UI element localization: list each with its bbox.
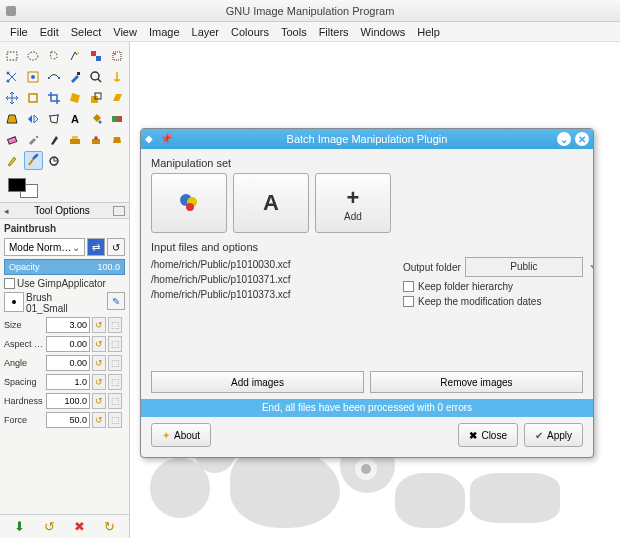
dialog-pin-icon[interactable]: 📌	[160, 133, 172, 145]
output-folder-button[interactable]: Public	[465, 257, 583, 277]
tool-crop[interactable]	[45, 88, 64, 107]
aspect-reset[interactable]	[92, 336, 106, 352]
tool-free-select[interactable]	[45, 46, 64, 65]
undo-icon[interactable]: ↶	[590, 259, 594, 274]
tool-rect-select[interactable]	[3, 46, 22, 65]
dialog-min-icon[interactable]: ⌄	[557, 132, 571, 146]
menu-tools[interactable]: Tools	[281, 26, 307, 38]
tool-heal[interactable]	[87, 130, 106, 149]
tool-paintbrush[interactable]	[24, 151, 43, 170]
apply-button[interactable]: ✔ Apply	[524, 423, 583, 447]
tool-measure[interactable]	[108, 67, 127, 86]
tool-perspective[interactable]	[3, 109, 22, 128]
mode-select[interactable]: Mode Norm…	[4, 238, 85, 256]
gimpapp-label: Use GimpApplicator	[17, 278, 106, 289]
close-button[interactable]: ✖ Close	[458, 423, 518, 447]
tool-perspective-clone[interactable]	[108, 130, 127, 149]
spacing-link[interactable]: ⬚	[108, 374, 122, 390]
force-reset[interactable]	[92, 412, 106, 428]
delete-preset-icon[interactable]: ✖	[74, 519, 85, 534]
tool-color-picker[interactable]	[66, 67, 85, 86]
tool-airbrush[interactable]	[24, 130, 43, 149]
aspect-link[interactable]: ⬚	[108, 336, 122, 352]
star-icon: ✦	[162, 430, 170, 441]
spacing-input[interactable]: 1.0	[46, 374, 90, 390]
tool-iscissors[interactable]	[108, 46, 127, 65]
mode-swap-icon[interactable]: ⇄	[87, 238, 105, 256]
tool-scissors[interactable]	[3, 67, 22, 86]
tool-cage[interactable]	[45, 109, 64, 128]
list-item[interactable]: /home/rich/Public/p1010030.xcf	[151, 257, 393, 272]
tool-text[interactable]: A	[66, 109, 85, 128]
spacing-reset[interactable]	[92, 374, 106, 390]
menu-select[interactable]: Select	[71, 26, 102, 38]
hardness-link[interactable]: ⬚	[108, 393, 122, 409]
menu-view[interactable]: View	[113, 26, 137, 38]
tool-flip[interactable]	[24, 109, 43, 128]
tool-paths[interactable]	[45, 67, 64, 86]
list-item[interactable]: /home/rich/Public/p1010371.xcf	[151, 272, 393, 287]
force-input[interactable]: 50.0	[46, 412, 90, 428]
manipulation-item-1[interactable]	[151, 173, 227, 233]
tool-rotate[interactable]	[66, 88, 85, 107]
opacity-slider[interactable]: Opacity100.0	[4, 259, 125, 275]
menu-colours[interactable]: Colours	[231, 26, 269, 38]
tool-pencil[interactable]	[3, 151, 22, 170]
list-item[interactable]: /home/rich/Public/p1010373.xcf	[151, 287, 393, 302]
tool-eraser[interactable]	[3, 130, 22, 149]
tool-ink[interactable]	[45, 130, 64, 149]
brush-preview[interactable]	[4, 292, 24, 312]
menu-filters[interactable]: Filters	[319, 26, 349, 38]
force-link[interactable]: ⬚	[108, 412, 122, 428]
dock-menu-icon[interactable]	[113, 206, 125, 216]
tool-by-color-select[interactable]	[87, 46, 106, 65]
remove-images-button[interactable]: Remove images	[370, 371, 583, 393]
size-link[interactable]: ⬚	[108, 317, 122, 333]
tool-blend[interactable]	[108, 109, 127, 128]
tool-ellipse-select[interactable]	[24, 46, 43, 65]
menu-help[interactable]: Help	[417, 26, 440, 38]
tool-smudge[interactable]	[45, 151, 64, 170]
reset-preset-icon[interactable]: ↻	[104, 519, 115, 534]
hardness-reset[interactable]	[92, 393, 106, 409]
about-button[interactable]: ✦ About	[151, 423, 211, 447]
angle-link[interactable]: ⬚	[108, 355, 122, 371]
dialog-titlebar[interactable]: ◆ 📌 Batch Image Manipulation Plugin ⌄ ✕	[141, 129, 593, 149]
angle-input[interactable]: 0.00	[46, 355, 90, 371]
manipulation-item-2[interactable]: A	[233, 173, 309, 233]
fg-bg-colors[interactable]	[0, 174, 129, 202]
tool-clone[interactable]	[66, 130, 85, 149]
menu-layer[interactable]: Layer	[192, 26, 220, 38]
aspect-input[interactable]: 0.00	[46, 336, 90, 352]
size-reset[interactable]	[92, 317, 106, 333]
dock-arrow-icon[interactable]	[4, 205, 11, 216]
restore-preset-icon[interactable]: ↺	[44, 519, 55, 534]
tool-move[interactable]	[3, 88, 22, 107]
size-input[interactable]: 3.00	[46, 317, 90, 333]
tool-align[interactable]	[24, 88, 43, 107]
gimpapp-checkbox[interactable]	[4, 278, 15, 289]
keep-hierarchy-checkbox[interactable]	[403, 281, 414, 292]
angle-reset[interactable]	[92, 355, 106, 371]
tool-scale[interactable]	[87, 88, 106, 107]
manipulation-add[interactable]: + Add	[315, 173, 391, 233]
hardness-input[interactable]: 100.0	[46, 393, 90, 409]
menu-edit[interactable]: Edit	[40, 26, 59, 38]
tool-fuzzy-select[interactable]	[66, 46, 85, 65]
dialog-close-icon[interactable]: ✕	[575, 132, 589, 146]
tool-foreground-select[interactable]	[24, 67, 43, 86]
brush-edit-icon[interactable]: ✎	[107, 292, 125, 310]
tool-shear[interactable]	[108, 88, 127, 107]
add-images-button[interactable]: Add images	[151, 371, 364, 393]
menu-file[interactable]: File	[10, 26, 28, 38]
check-icon: ✔	[535, 430, 543, 441]
menu-image[interactable]: Image	[149, 26, 180, 38]
save-preset-icon[interactable]: ⬇	[14, 519, 25, 534]
keep-dates-checkbox[interactable]	[403, 296, 414, 307]
tool-bucket-fill[interactable]	[87, 109, 106, 128]
aspect-label: Aspect …	[4, 339, 44, 349]
menu-windows[interactable]: Windows	[361, 26, 406, 38]
input-files-list[interactable]: /home/rich/Public/p1010030.xcf /home/ric…	[151, 257, 393, 367]
tool-zoom[interactable]	[87, 67, 106, 86]
mode-reset-icon[interactable]: ↺	[107, 238, 125, 256]
